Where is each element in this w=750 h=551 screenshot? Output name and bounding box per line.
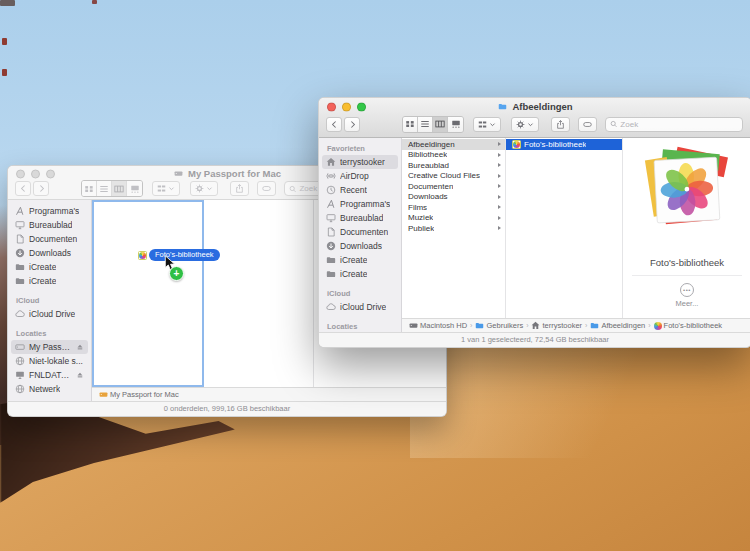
desktop-wallpaper-sheen — [410, 338, 750, 458]
sidebar-item-my-passport[interactable]: My Passp... — [11, 340, 88, 354]
drive-icon — [173, 169, 184, 178]
group-button[interactable] — [473, 117, 501, 132]
column-view-button[interactable] — [112, 181, 127, 196]
more-label[interactable]: Meer... — [676, 299, 699, 308]
folder-row-afbeeldingen[interactable]: Afbeeldingen — [402, 139, 505, 150]
sidebar-item-recent[interactable]: Recent — [322, 183, 398, 197]
view-switcher — [81, 180, 143, 197]
chevron-right-icon — [498, 226, 501, 230]
empty-column[interactable] — [204, 200, 314, 387]
folder-icon — [326, 269, 336, 279]
gallery-view-button[interactable] — [448, 117, 463, 132]
zoom-button[interactable] — [357, 102, 366, 111]
action-menu-button[interactable] — [190, 181, 218, 196]
folder-row-publiek[interactable]: Publiek — [402, 223, 505, 234]
path-item-macintosh-hd[interactable]: Macintosh HD — [409, 321, 467, 330]
list-view-button[interactable] — [97, 181, 112, 196]
eject-icon[interactable] — [76, 343, 84, 351]
path-item-afbeeldingen[interactable]: Afbeeldingen — [590, 321, 645, 330]
cloud-icon — [326, 302, 336, 312]
sidebar-section-favorieten: Favorieten — [319, 142, 401, 155]
sidebar-item-downloads[interactable]: Downloads — [11, 246, 88, 260]
finder-window-afbeeldingen: Afbeeldingen Favorieten terrystooker — [318, 97, 750, 348]
folder-icon — [15, 276, 25, 286]
tag-button[interactable] — [257, 181, 276, 196]
folder-row-documenten[interactable]: Documenten — [402, 181, 505, 192]
back-button[interactable] — [326, 117, 342, 132]
drop-target-column[interactable] — [92, 200, 204, 387]
path-item-gebruikers[interactable]: Gebruikers — [475, 321, 523, 330]
forward-button[interactable] — [344, 117, 360, 132]
column-view-button[interactable] — [433, 117, 448, 132]
sidebar-item-netwerk[interactable]: Netwerk — [11, 382, 88, 396]
path-separator: › — [526, 322, 528, 329]
sidebar-item-bureaublad[interactable]: Bureaublad — [11, 218, 88, 232]
sidebar-item-documenten[interactable]: Documenten — [322, 225, 398, 239]
eject-icon[interactable] — [76, 371, 84, 379]
sidebar-item-icreate[interactable]: iCreate — [11, 274, 88, 288]
minimize-button[interactable] — [342, 102, 351, 111]
sidebar-item-terrystooker[interactable]: terrystooker — [322, 155, 398, 169]
path-bar: Macintosh HD › Gebruikers › terrystooker… — [402, 318, 750, 332]
close-button[interactable] — [327, 102, 336, 111]
folder-row-films[interactable]: Films — [402, 202, 505, 213]
sidebar-item-airdrop[interactable]: AirDrop — [322, 169, 398, 183]
action-menu-button[interactable] — [511, 117, 539, 132]
sidebar-item-bureaublad[interactable]: Bureaublad — [322, 211, 398, 225]
folder-row-creative-cloud-files[interactable]: Creative Cloud Files — [402, 171, 505, 182]
icon-view-button[interactable] — [403, 117, 418, 132]
sidebar-item-icreate[interactable]: iCreate — [322, 267, 398, 281]
documents-icon — [326, 227, 336, 237]
sidebar-item-icreate[interactable]: iCreate — [322, 253, 398, 267]
list-view-button[interactable] — [418, 117, 433, 132]
folder-icon — [326, 255, 336, 265]
column-view[interactable]: Afbeeldingen Bibliotheek Bureaublad Crea… — [402, 138, 750, 318]
search-field[interactable] — [605, 117, 743, 132]
path-item-my-passport[interactable]: My Passport for Mac — [99, 390, 179, 399]
window-header[interactable]: Afbeeldingen — [319, 98, 750, 138]
file-row-fotos-bibliotheek[interactable]: Foto's-bibliotheek — [506, 139, 622, 150]
share-button[interactable] — [551, 117, 570, 132]
documents-icon — [15, 234, 25, 244]
display-icon — [15, 370, 25, 380]
sidebar-item-icreate[interactable]: iCreate — [11, 260, 88, 274]
folder-row-muziek[interactable]: Muziek — [402, 213, 505, 224]
external-drive-icon — [15, 342, 25, 352]
photos-file-icon — [138, 251, 147, 260]
zoom-button[interactable] — [46, 169, 55, 178]
screen-artifact — [0, 0, 15, 6]
more-ellipsis-button[interactable]: ••• — [680, 283, 694, 297]
close-button[interactable] — [16, 169, 25, 178]
gallery-view-button[interactable] — [127, 181, 142, 196]
path-item-terrystooker[interactable]: terrystooker — [531, 321, 582, 330]
sidebar-item-documenten[interactable]: Documenten — [11, 232, 88, 246]
forward-button[interactable] — [33, 181, 49, 196]
tag-button[interactable] — [578, 117, 597, 132]
folder-icon — [15, 262, 25, 272]
photos-file-icon — [512, 140, 521, 149]
share-button[interactable] — [230, 181, 249, 196]
minimize-button[interactable] — [31, 169, 40, 178]
sidebar-item-fnldata[interactable]: FNLDATA... — [11, 368, 88, 382]
back-button[interactable] — [15, 181, 31, 196]
icon-view-button[interactable] — [82, 181, 97, 196]
sidebar-item-downloads[interactable]: Downloads — [322, 239, 398, 253]
preview-column: Foto's-bibliotheek ••• Meer... — [623, 138, 750, 318]
path-item-fotos-bibliotheek[interactable]: Foto's-bibliotheek — [654, 321, 723, 330]
titlebar[interactable]: Afbeeldingen — [319, 98, 750, 115]
folder-row-bibliotheek[interactable]: Bibliotheek — [402, 150, 505, 161]
sidebar-item-programmas[interactable]: Programma's — [11, 204, 88, 218]
home-icon — [531, 321, 540, 330]
downloads-icon — [15, 248, 25, 258]
sidebar-item-icloud-drive[interactable]: iCloud Drive — [11, 307, 88, 321]
sidebar-item-programmas[interactable]: Programma's — [322, 197, 398, 211]
search-input[interactable] — [620, 120, 738, 129]
chevron-right-icon — [498, 174, 501, 178]
sidebar-section-icloud: iCloud — [319, 287, 401, 300]
sidebar-item-icloud-drive[interactable]: iCloud Drive — [322, 300, 398, 314]
sidebar-section-locaties: Locaties — [319, 320, 401, 332]
sidebar-item-niet-lokale[interactable]: Niet-lokale s... — [11, 354, 88, 368]
group-button[interactable] — [152, 181, 180, 196]
folder-row-downloads[interactable]: Downloads — [402, 192, 505, 203]
folder-row-bureaublad[interactable]: Bureaublad — [402, 160, 505, 171]
